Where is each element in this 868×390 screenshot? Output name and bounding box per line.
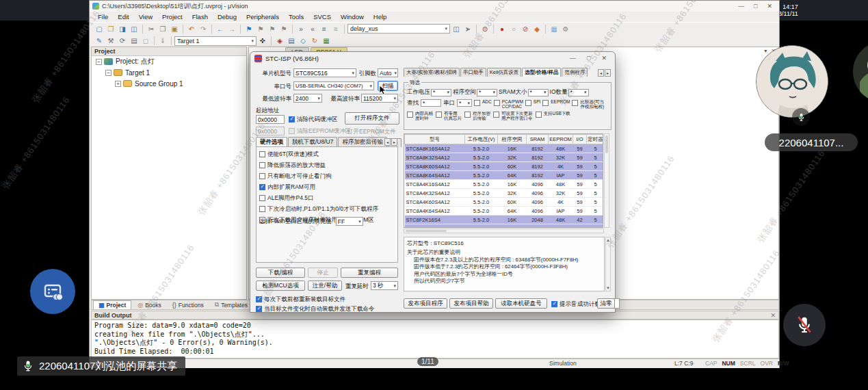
table-row[interactable]: STC8A4K60S4A125.5-2.060K40964K595: [405, 198, 604, 207]
panel-close-icon[interactable]: ✕: [770, 312, 776, 319]
table-vertical-scrollbar[interactable]: [604, 133, 609, 228]
publish-help-button[interactable]: 发布项目帮助: [449, 298, 493, 309]
filter-select[interactable]: *▾: [431, 89, 451, 96]
check-mcu-options-button[interactable]: 检测MCU选项: [256, 281, 305, 291]
panel-tab-functions[interactable]: {}Functions: [168, 300, 209, 309]
debug-session-icon[interactable]: ◈: [274, 36, 285, 46]
comment-icon[interactable]: ≡: [319, 24, 330, 34]
table-header[interactable]: 工作电压(V): [465, 135, 498, 144]
tree-expander-icon[interactable]: −: [105, 70, 111, 76]
uncomment-icon[interactable]: ≡: [330, 24, 341, 34]
hardware-option-checkbox[interactable]: ALE脚用作P4.5口: [259, 194, 395, 203]
redo-icon[interactable]: ↷: [198, 24, 209, 34]
target-select-combo[interactable]: Target 1▾: [174, 36, 257, 46]
uvision-maximize-button[interactable]: □: [754, 3, 757, 10]
feature-checkbox[interactable]: 可设置下次更新 用户程序需口令: [493, 111, 533, 120]
menu-edit[interactable]: Edit: [114, 12, 133, 21]
menu-window[interactable]: Window: [337, 12, 368, 21]
build-target-icon[interactable]: ⚒: [105, 36, 116, 46]
panel-tab-books[interactable]: ◎Books: [133, 300, 166, 309]
bookmark-icon[interactable]: ⚑: [244, 24, 254, 34]
menu-project[interactable]: Project: [158, 12, 187, 21]
table-row[interactable]: STC8F2K32S45.5-2.032K204832K425: [405, 224, 604, 229]
reprogram-button[interactable]: 重复编程: [341, 268, 398, 278]
mcu-type-select[interactable]: STC89C516▾: [293, 68, 356, 77]
chat-bubble-button[interactable]: [30, 269, 75, 314]
right-tabs-scroll-left-icon[interactable]: ◂: [598, 69, 604, 77]
manage-components-icon[interactable]: ◇: [298, 36, 308, 46]
participant-video-partial[interactable]: [853, 41, 868, 103]
tree-expander-icon[interactable]: −: [96, 59, 102, 65]
feature-checkbox[interactable]: 有专用 仿真芯片: [436, 111, 462, 120]
stc-isp-maximize-button[interactable]: □: [587, 55, 590, 62]
table-header[interactable]: 程序空间: [498, 135, 527, 144]
find-icon[interactable]: ◫: [451, 24, 462, 34]
new-file-icon[interactable]: ▢: [94, 24, 105, 34]
tab-硬件选项[interactable]: 硬件选项: [256, 137, 287, 147]
code-address-input[interactable]: 0x0000: [256, 115, 285, 124]
hardware-option-checkbox[interactable]: 使能6T(双倍速)模式: [259, 151, 395, 159]
table-row[interactable]: STC8A4K32S4A125.5-2.032K409632K595: [405, 189, 604, 198]
tabs-scroll-left-icon[interactable]: ◂: [384, 138, 391, 146]
cut-icon[interactable]: ✂: [146, 24, 157, 34]
table-row[interactable]: STC8A4K64S4A125.5-2.064K4096IAP595: [405, 207, 604, 216]
tab-范例程序[interactable]: 范例程序: [562, 68, 588, 77]
uvision-minimize-button[interactable]: —: [738, 3, 744, 10]
configure-wrench-icon[interactable]: ⚙: [560, 24, 571, 34]
feature-checkbox[interactable]: SPI: [525, 99, 540, 109]
tab-程序加密后传输[interactable]: 程序加密后传输: [338, 137, 387, 147]
uvision-close-button[interactable]: ✕: [767, 3, 772, 10]
forward-icon[interactable]: →: [226, 24, 237, 34]
feature-checkbox[interactable]: 内部高精 度时钟: [407, 111, 433, 120]
tree-item[interactable]: −Project: 点灯: [92, 56, 246, 67]
menu-tools[interactable]: Tools: [285, 12, 308, 21]
tab-大赛/实验室/教材/招聘[interactable]: 大赛/实验室/教材/招聘: [404, 68, 460, 77]
table-row[interactable]: STC8F2K16S45.5-2.016K204848K425: [405, 216, 604, 224]
hardware-option-checkbox[interactable]: 只有断电才可停止看门狗: [259, 172, 395, 181]
configure-icon[interactable]: ▦: [321, 36, 332, 46]
clear-bookmarks-icon[interactable]: ⚑: [278, 24, 289, 34]
panel-tab-templates[interactable]: ⧉Templates: [210, 300, 252, 309]
feature-checkbox[interactable]: ADC: [474, 99, 492, 109]
panel-tab-project[interactable]: ▦Project: [93, 300, 131, 309]
menu-debug[interactable]: Debug: [213, 12, 241, 21]
repeat-delay-select[interactable]: 3 秒▾: [371, 281, 398, 290]
window-layout-icon[interactable]: ▦: [549, 24, 560, 34]
prev-bookmark-icon[interactable]: ⚑: [255, 24, 266, 34]
options-target-icon[interactable]: ✜: [257, 36, 268, 46]
uvision-titlebar[interactable]: C:\Users\33985\Desktop\51培训\点灯.uvproj - …: [90, 1, 779, 12]
hardware-option-checkbox[interactable]: 降低振荡器的放大增益: [259, 161, 395, 170]
open-folder-icon[interactable]: ❐: [105, 24, 116, 34]
menu-file[interactable]: File: [94, 12, 112, 21]
table-row[interactable]: STC8A8K64S4A125.5-2.064K8192IAP595: [405, 171, 604, 180]
min-baud-select[interactable]: 2400▾: [293, 94, 322, 103]
serial-port-select[interactable]: USB-SERIAL CH340 (COM7)▾: [293, 81, 374, 90]
tab-选型/价格/样品[interactable]: 选型/价格/样品: [522, 68, 561, 77]
reload-target-checkbox[interactable]: 每次下载前都重新装载目标文件: [256, 296, 345, 304]
filter-select[interactable]: *▾: [568, 89, 589, 96]
chip-table-container[interactable]: 型号工作电压(V)程序空间SRAMEEPROMI/O定时器STC8A8K16S4…: [404, 133, 603, 228]
participant-avatar[interactable]: [756, 45, 828, 118]
tab-Keil仿真设置[interactable]: Keil仿真设置: [487, 68, 522, 77]
batch-build-icon[interactable]: ▤: [129, 36, 140, 46]
read-disk-id-button[interactable]: 读取本机硬盘号: [495, 298, 547, 309]
build-output-content[interactable]: Program Size: data=9.0 xdata=0 code=20 c…: [91, 320, 779, 359]
table-horizontal-scrollbar[interactable]: [404, 229, 604, 233]
enable-breakpoints-icon[interactable]: ◆: [531, 24, 542, 34]
publish-program-button[interactable]: 发布项目程序: [404, 298, 447, 309]
menu-view[interactable]: View: [135, 12, 157, 21]
download-program-button[interactable]: 下载/编程: [256, 268, 305, 278]
table-row[interactable]: STC8A8K60S4A125.5-2.060K81924K595: [405, 162, 604, 171]
beep-checkbox[interactable]: 提示音: [551, 300, 577, 309]
feature-checkbox[interactable]: PCA/PWM CCP/DAC: [494, 99, 523, 109]
menu-peripherals[interactable]: Peripherals: [242, 12, 283, 21]
table-header[interactable]: I/O: [573, 135, 587, 144]
table-header[interactable]: SRAM: [527, 135, 549, 144]
editor-collapse-icon[interactable]: ▾: [764, 48, 767, 54]
chip-info-scrollbar[interactable]: ▲ ▼: [605, 237, 611, 291]
stop-build-icon[interactable]: ◻: [140, 36, 151, 46]
flash-fill-select[interactable]: FF▾: [336, 217, 363, 226]
stc-isp-titlebar[interactable]: STC-ISP (V6.86H) — □ ✕: [250, 52, 615, 64]
menu-flash[interactable]: Flash: [188, 12, 212, 21]
table-row[interactable]: STC8A8K16S4A125.5-2.016K819248K595: [405, 144, 604, 153]
